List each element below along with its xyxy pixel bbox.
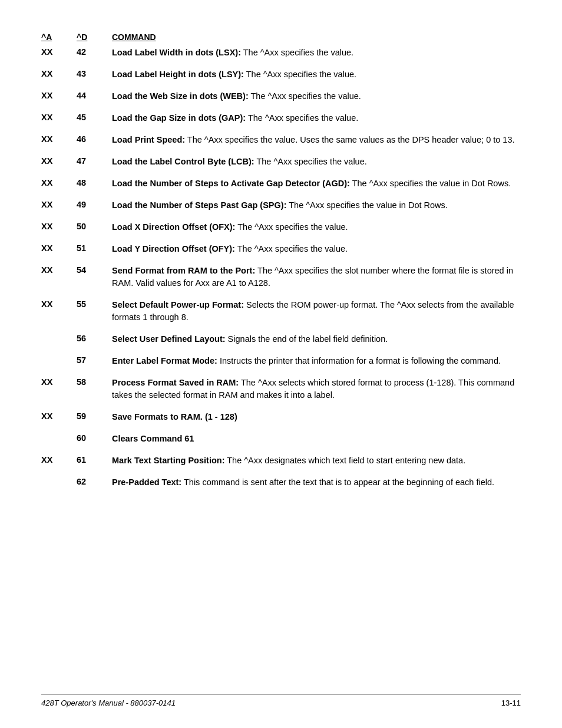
table-row: XX50Load X Direction Offset (OFX): The ^… (41, 221, 521, 233)
cell-col-d: 44 (77, 90, 112, 100)
cell-description: Load Label Height in dots (LSY): The ^Ax… (112, 68, 521, 81)
cell-col-d: 56 (77, 333, 112, 343)
table-row: XX55Select Default Power-up Format: Sele… (41, 299, 521, 324)
cell-col-a: XX (41, 177, 77, 187)
page: ^A ^D COMMAND XX42Load Label Width in do… (0, 0, 562, 728)
cell-col-a (41, 355, 77, 355)
header-col-d: ^D (77, 32, 112, 42)
cell-description: Load Print Speed: The ^Axx specifies the… (112, 134, 521, 146)
cell-description: Load the Number of Steps to Activate Gap… (112, 177, 521, 190)
table-row: XX61Mark Text Starting Position: The ^Ax… (41, 454, 521, 467)
cell-col-d: 54 (77, 265, 112, 275)
cell-col-a: XX (41, 47, 77, 57)
table-row: XX58Process Format Saved in RAM: The ^Ax… (41, 377, 521, 401)
cell-col-d: 42 (77, 47, 112, 57)
table-row: XX44Load the Web Size in dots (WEB): The… (41, 90, 521, 103)
header-col-a: ^A (41, 32, 77, 42)
table-row: 60Clears Command 61 (41, 433, 521, 445)
table-row: XX54Send Format from RAM to the Port: Th… (41, 265, 521, 289)
header-col-command: COMMAND (112, 32, 521, 42)
cell-description: Select Default Power-up Format: Selects … (112, 299, 521, 324)
cell-col-a: XX (41, 90, 77, 100)
cell-col-a: XX (41, 134, 77, 144)
table-row: XX45Load the Gap Size in dots (GAP): The… (41, 112, 521, 124)
cell-col-d: 58 (77, 377, 112, 387)
cell-col-d: 61 (77, 454, 112, 465)
cell-col-a: XX (41, 68, 77, 78)
table-row: XX59Save Formats to RAM. (1 - 128) (41, 411, 521, 423)
cell-description: Mark Text Starting Position: The ^Axx de… (112, 454, 521, 467)
cell-col-d: 51 (77, 243, 112, 253)
footer: 428T Operator's Manual - 880037-0141 13-… (41, 694, 521, 707)
cell-col-d: 59 (77, 411, 112, 421)
cell-col-d: 45 (77, 112, 112, 122)
cell-description: Send Format from RAM to the Port: The ^A… (112, 265, 521, 289)
table-row: XX48Load the Number of Steps to Activate… (41, 177, 521, 190)
table-row: XX49Load the Number of Steps Past Gap (S… (41, 199, 521, 212)
table-row: 62Pre-Padded Text: This command is sent … (41, 476, 521, 489)
cell-col-a: XX (41, 411, 77, 421)
cell-col-d: 47 (77, 156, 112, 166)
cell-col-d: 60 (77, 433, 112, 443)
cell-col-a: XX (41, 199, 77, 209)
cell-col-a: XX (41, 156, 77, 166)
cell-description: Load Label Width in dots (LSX): The ^Axx… (112, 47, 521, 59)
cell-description: Load the Web Size in dots (WEB): The ^Ax… (112, 90, 521, 103)
cell-col-a: XX (41, 377, 77, 387)
cell-description: Load the Number of Steps Past Gap (SPG):… (112, 199, 521, 212)
cell-col-d: 50 (77, 221, 112, 231)
cell-col-a: XX (41, 265, 77, 275)
cell-col-a: XX (41, 112, 77, 122)
cell-col-d: 48 (77, 177, 112, 187)
cell-description: Load Y Direction Offset (OFY): The ^Axx … (112, 243, 521, 255)
cell-description: Load X Direction Offset (OFX): The ^Axx … (112, 221, 521, 233)
cell-col-d: 49 (77, 199, 112, 209)
cell-col-a (41, 333, 77, 334)
cell-col-d: 55 (77, 299, 112, 309)
cell-col-d: 46 (77, 134, 112, 144)
table-row: XX47Load the Label Control Byte (LCB): T… (41, 156, 521, 168)
cell-description: Process Format Saved in RAM: The ^Axx se… (112, 377, 521, 401)
footer-page-number: 13-11 (501, 699, 521, 707)
table-body: XX42Load Label Width in dots (LSX): The … (41, 47, 521, 489)
table-row: 56Select User Defined Layout: Signals th… (41, 333, 521, 345)
table-row: XX51Load Y Direction Offset (OFY): The ^… (41, 243, 521, 255)
cell-description: Select User Defined Layout: Signals the … (112, 333, 521, 345)
cell-col-a: XX (41, 221, 77, 231)
table-row: 57Enter Label Format Mode: Instructs the… (41, 355, 521, 367)
cell-description: Enter Label Format Mode: Instructs the p… (112, 355, 521, 367)
cell-col-d: 62 (77, 476, 112, 486)
cell-col-a (41, 433, 77, 433)
cell-description: Pre-Padded Text: This command is sent af… (112, 476, 521, 489)
cell-col-a (41, 476, 77, 477)
cell-col-d: 57 (77, 355, 112, 365)
cell-description: Load the Gap Size in dots (GAP): The ^Ax… (112, 112, 521, 124)
cell-description: Load the Label Control Byte (LCB): The ^… (112, 156, 521, 168)
table-row: XX46Load Print Speed: The ^Axx specifies… (41, 134, 521, 146)
cell-col-d: 43 (77, 68, 112, 78)
cell-col-a: XX (41, 243, 77, 253)
footer-manual-name: 428T Operator's Manual - 880037-0141 (41, 699, 176, 707)
cell-col-a: XX (41, 299, 77, 309)
cell-description: Clears Command 61 (112, 433, 521, 445)
cell-description: Save Formats to RAM. (1 - 128) (112, 411, 521, 423)
cell-col-a: XX (41, 454, 77, 465)
table-row: XX42Load Label Width in dots (LSX): The … (41, 47, 521, 59)
table-header: ^A ^D COMMAND (41, 32, 521, 42)
table-row: XX43Load Label Height in dots (LSY): The… (41, 68, 521, 81)
